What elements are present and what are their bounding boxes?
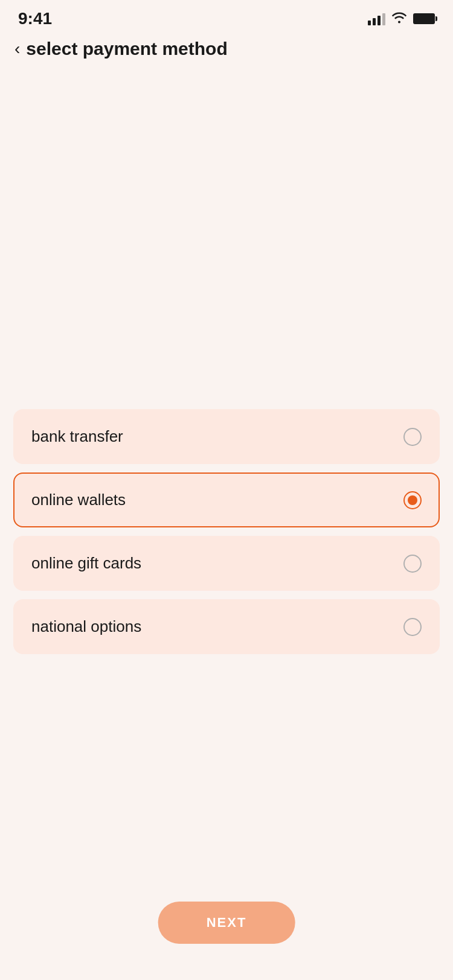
radio-button-national-options[interactable] <box>403 618 422 636</box>
status-icons <box>368 10 435 27</box>
payment-option-label: online gift cards <box>31 554 141 573</box>
next-button-container: NEXT <box>158 902 295 944</box>
radio-button-bank-transfer[interactable] <box>403 428 422 446</box>
battery-icon <box>413 13 435 24</box>
payment-option-online-gift-cards[interactable]: online gift cards <box>13 536 440 591</box>
radio-inner-selected <box>408 495 417 505</box>
next-button[interactable]: NEXT <box>158 902 295 944</box>
payment-option-national-options[interactable]: national options <box>13 599 440 654</box>
back-button[interactable]: ‹ <box>14 39 20 59</box>
payment-option-label: bank transfer <box>31 427 123 446</box>
payment-option-label: online wallets <box>31 491 126 509</box>
signal-icon <box>368 12 385 25</box>
main-content: bank transfer online wallets online gift… <box>0 409 453 654</box>
wifi-icon <box>391 10 407 27</box>
page-title: select payment method <box>26 39 227 59</box>
payment-option-label: national options <box>31 617 141 636</box>
status-bar: 9:41 <box>0 0 453 33</box>
payment-option-bank-transfer[interactable]: bank transfer <box>13 409 440 464</box>
radio-button-online-gift-cards[interactable] <box>403 555 422 573</box>
radio-button-online-wallets[interactable] <box>403 491 422 509</box>
payment-option-online-wallets[interactable]: online wallets <box>13 472 440 527</box>
status-time: 9:41 <box>18 9 52 28</box>
header: ‹ select payment method <box>0 33 453 71</box>
